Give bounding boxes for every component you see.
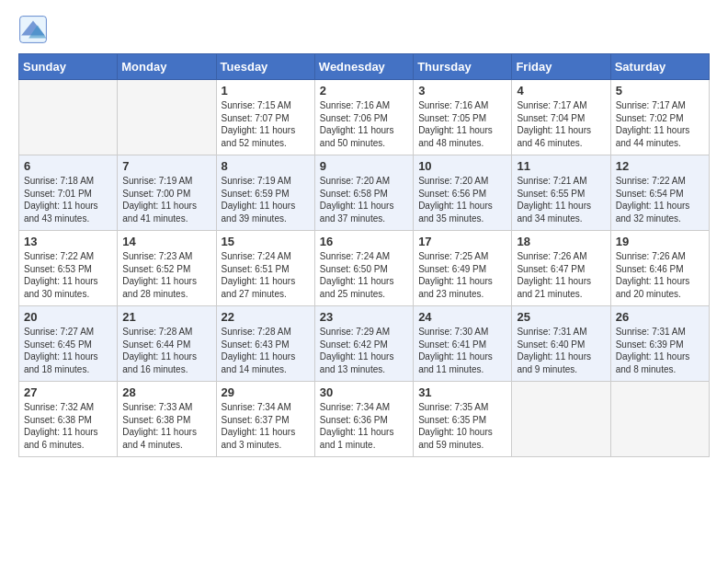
day-info: Sunrise: 7:24 AMSunset: 6:51 PMDaylight:… bbox=[222, 250, 310, 300]
day-number: 10 bbox=[418, 159, 506, 173]
day-info: Sunrise: 7:30 AMSunset: 6:41 PMDaylight:… bbox=[418, 326, 506, 375]
calendar-week-1: 1Sunrise: 7:15 AMSunset: 7:07 PMDaylight… bbox=[19, 80, 710, 155]
calendar-cell: 30Sunrise: 7:34 AMSunset: 6:36 PMDayligh… bbox=[314, 382, 413, 457]
day-info: Sunrise: 7:29 AMSunset: 6:42 PMDaylight:… bbox=[320, 326, 408, 375]
day-number: 23 bbox=[320, 310, 408, 324]
day-number: 9 bbox=[320, 159, 408, 173]
day-info: Sunrise: 7:16 AMSunset: 7:06 PMDaylight:… bbox=[320, 99, 408, 149]
calendar-week-4: 20Sunrise: 7:27 AMSunset: 6:45 PMDayligh… bbox=[19, 306, 710, 382]
calendar-table: SundayMondayTuesdayWednesdayThursdayFrid… bbox=[18, 53, 710, 457]
day-info: Sunrise: 7:23 AMSunset: 6:52 PMDaylight:… bbox=[122, 250, 210, 300]
day-number: 31 bbox=[418, 385, 506, 399]
calendar-cell: 26Sunrise: 7:31 AMSunset: 6:39 PMDayligh… bbox=[610, 306, 709, 382]
day-number: 6 bbox=[24, 159, 112, 173]
day-info: Sunrise: 7:19 AMSunset: 6:59 PMDaylight:… bbox=[222, 175, 310, 224]
calendar-cell: 25Sunrise: 7:31 AMSunset: 6:40 PMDayligh… bbox=[512, 306, 610, 382]
day-info: Sunrise: 7:32 AMSunset: 6:38 PMDaylight:… bbox=[24, 401, 112, 451]
day-info: Sunrise: 7:18 AMSunset: 7:01 PMDaylight:… bbox=[24, 175, 112, 224]
day-number: 8 bbox=[222, 159, 310, 173]
day-info: Sunrise: 7:33 AMSunset: 6:38 PMDaylight:… bbox=[122, 401, 210, 451]
calendar-week-5: 27Sunrise: 7:32 AMSunset: 6:38 PMDayligh… bbox=[19, 382, 710, 457]
day-info: Sunrise: 7:22 AMSunset: 6:53 PMDaylight:… bbox=[24, 250, 112, 300]
day-number: 28 bbox=[122, 385, 210, 399]
page: SundayMondayTuesdayWednesdayThursdayFrid… bbox=[0, 0, 728, 472]
day-info: Sunrise: 7:24 AMSunset: 6:50 PMDaylight:… bbox=[320, 250, 408, 300]
day-number: 14 bbox=[122, 235, 210, 248]
day-info: Sunrise: 7:25 AMSunset: 6:49 PMDaylight:… bbox=[418, 250, 506, 300]
day-info: Sunrise: 7:15 AMSunset: 7:07 PMDaylight:… bbox=[222, 99, 310, 149]
day-info: Sunrise: 7:26 AMSunset: 6:47 PMDaylight:… bbox=[517, 250, 605, 300]
day-number: 30 bbox=[320, 385, 408, 399]
calendar-week-2: 6Sunrise: 7:18 AMSunset: 7:01 PMDaylight… bbox=[19, 155, 710, 231]
day-number: 20 bbox=[24, 310, 112, 324]
calendar-cell: 2Sunrise: 7:16 AMSunset: 7:06 PMDaylight… bbox=[314, 80, 413, 155]
day-info: Sunrise: 7:35 AMSunset: 6:35 PMDaylight:… bbox=[418, 401, 506, 451]
day-number: 5 bbox=[616, 84, 704, 98]
calendar-cell: 12Sunrise: 7:22 AMSunset: 6:54 PMDayligh… bbox=[610, 155, 709, 231]
calendar-week-3: 13Sunrise: 7:22 AMSunset: 6:53 PMDayligh… bbox=[19, 231, 710, 306]
day-number: 27 bbox=[24, 385, 112, 399]
calendar-cell: 27Sunrise: 7:32 AMSunset: 6:38 PMDayligh… bbox=[19, 382, 118, 457]
calendar-cell: 29Sunrise: 7:34 AMSunset: 6:37 PMDayligh… bbox=[216, 382, 314, 457]
day-info: Sunrise: 7:17 AMSunset: 7:04 PMDaylight:… bbox=[517, 99, 605, 149]
calendar-cell: 5Sunrise: 7:17 AMSunset: 7:02 PMDaylight… bbox=[610, 80, 709, 155]
calendar-cell: 24Sunrise: 7:30 AMSunset: 6:41 PMDayligh… bbox=[414, 306, 512, 382]
day-number: 15 bbox=[222, 235, 310, 248]
day-number: 25 bbox=[517, 310, 605, 324]
day-header-friday: Friday bbox=[512, 54, 610, 80]
day-header-monday: Monday bbox=[118, 54, 216, 80]
calendar-cell bbox=[118, 80, 216, 155]
calendar-cell: 16Sunrise: 7:24 AMSunset: 6:50 PMDayligh… bbox=[314, 231, 413, 306]
header bbox=[18, 15, 710, 44]
day-number: 3 bbox=[418, 84, 506, 98]
calendar-cell: 18Sunrise: 7:26 AMSunset: 6:47 PMDayligh… bbox=[512, 231, 610, 306]
day-info: Sunrise: 7:21 AMSunset: 6:55 PMDaylight:… bbox=[517, 175, 605, 224]
day-header-sunday: Sunday bbox=[19, 54, 118, 80]
logo bbox=[18, 15, 51, 44]
day-number: 4 bbox=[517, 84, 605, 98]
day-info: Sunrise: 7:20 AMSunset: 6:58 PMDaylight:… bbox=[320, 175, 408, 224]
day-info: Sunrise: 7:20 AMSunset: 6:56 PMDaylight:… bbox=[418, 175, 506, 224]
day-number: 16 bbox=[320, 235, 408, 248]
day-info: Sunrise: 7:31 AMSunset: 6:40 PMDaylight:… bbox=[517, 326, 605, 375]
day-number: 18 bbox=[517, 235, 605, 248]
day-number: 13 bbox=[24, 235, 112, 248]
calendar-cell: 15Sunrise: 7:24 AMSunset: 6:51 PMDayligh… bbox=[216, 231, 314, 306]
day-info: Sunrise: 7:26 AMSunset: 6:46 PMDaylight:… bbox=[616, 250, 704, 300]
day-header-saturday: Saturday bbox=[610, 54, 709, 80]
day-number: 11 bbox=[517, 159, 605, 173]
day-number: 2 bbox=[320, 84, 408, 98]
day-number: 26 bbox=[616, 310, 704, 324]
calendar-cell: 8Sunrise: 7:19 AMSunset: 6:59 PMDaylight… bbox=[216, 155, 314, 231]
day-number: 1 bbox=[222, 84, 310, 98]
calendar-cell: 21Sunrise: 7:28 AMSunset: 6:44 PMDayligh… bbox=[118, 306, 216, 382]
day-number: 21 bbox=[122, 310, 210, 324]
day-info: Sunrise: 7:17 AMSunset: 7:02 PMDaylight:… bbox=[616, 99, 704, 149]
day-number: 12 bbox=[616, 159, 704, 173]
calendar-cell bbox=[610, 382, 709, 457]
calendar-cell: 10Sunrise: 7:20 AMSunset: 6:56 PMDayligh… bbox=[414, 155, 512, 231]
day-info: Sunrise: 7:28 AMSunset: 6:44 PMDaylight:… bbox=[122, 326, 210, 375]
day-number: 19 bbox=[616, 235, 704, 248]
calendar-cell: 14Sunrise: 7:23 AMSunset: 6:52 PMDayligh… bbox=[118, 231, 216, 306]
calendar-cell bbox=[512, 382, 610, 457]
calendar-cell: 23Sunrise: 7:29 AMSunset: 6:42 PMDayligh… bbox=[314, 306, 413, 382]
calendar-cell: 19Sunrise: 7:26 AMSunset: 6:46 PMDayligh… bbox=[610, 231, 709, 306]
calendar-cell: 17Sunrise: 7:25 AMSunset: 6:49 PMDayligh… bbox=[414, 231, 512, 306]
day-number: 7 bbox=[122, 159, 210, 173]
calendar-cell: 9Sunrise: 7:20 AMSunset: 6:58 PMDaylight… bbox=[314, 155, 413, 231]
calendar-cell: 3Sunrise: 7:16 AMSunset: 7:05 PMDaylight… bbox=[414, 80, 512, 155]
day-info: Sunrise: 7:19 AMSunset: 7:00 PMDaylight:… bbox=[122, 175, 210, 224]
day-info: Sunrise: 7:34 AMSunset: 6:37 PMDaylight:… bbox=[222, 401, 310, 451]
header-row: SundayMondayTuesdayWednesdayThursdayFrid… bbox=[19, 54, 710, 80]
day-info: Sunrise: 7:27 AMSunset: 6:45 PMDaylight:… bbox=[24, 326, 112, 375]
calendar-cell: 11Sunrise: 7:21 AMSunset: 6:55 PMDayligh… bbox=[512, 155, 610, 231]
day-info: Sunrise: 7:22 AMSunset: 6:54 PMDaylight:… bbox=[616, 175, 704, 224]
calendar-cell bbox=[19, 80, 118, 155]
day-info: Sunrise: 7:16 AMSunset: 7:05 PMDaylight:… bbox=[418, 99, 506, 149]
calendar-cell: 13Sunrise: 7:22 AMSunset: 6:53 PMDayligh… bbox=[19, 231, 118, 306]
calendar-cell: 6Sunrise: 7:18 AMSunset: 7:01 PMDaylight… bbox=[19, 155, 118, 231]
calendar-cell: 1Sunrise: 7:15 AMSunset: 7:07 PMDaylight… bbox=[216, 80, 314, 155]
day-header-wednesday: Wednesday bbox=[314, 54, 413, 80]
calendar-cell: 28Sunrise: 7:33 AMSunset: 6:38 PMDayligh… bbox=[118, 382, 216, 457]
